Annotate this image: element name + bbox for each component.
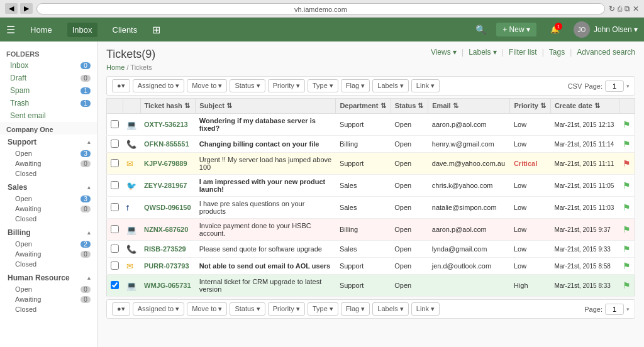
search-button[interactable]: 🔍	[475, 25, 486, 35]
ticket-flag[interactable]: ⚑	[619, 114, 635, 136]
col-dept[interactable]: Department ⇅	[336, 99, 391, 114]
flag-button[interactable]: Flag ▾	[341, 79, 370, 92]
hr-open[interactable]: Open0	[8, 284, 91, 294]
user-menu[interactable]: JO John Olsen ▾	[574, 21, 638, 38]
ticket-subject[interactable]: I have pre sales questions on your produ…	[196, 197, 336, 219]
type-button[interactable]: Type ▾	[308, 79, 338, 92]
sales-awaiting[interactable]: Awaiting0	[8, 204, 91, 214]
ticket-subject[interactable]: Not able to send out email to AOL users	[196, 258, 336, 275]
ticket-subject[interactable]: Internal ticket for CRM upgrade to lates…	[196, 275, 336, 297]
row-checkbox[interactable]	[111, 225, 119, 233]
hr-group-header[interactable]: Human Resource▴	[8, 272, 91, 284]
support-awaiting[interactable]: Awaiting0	[8, 158, 91, 168]
ticket-hash[interactable]: RISB-273529	[140, 241, 196, 258]
ticket-flag[interactable]: ⚑	[619, 275, 635, 297]
bottom-priority-button[interactable]: Priority ▾	[268, 302, 305, 316]
bottom-flag-button[interactable]: Flag ▾	[341, 302, 370, 316]
ticket-flag[interactable]: ⚑	[619, 219, 635, 241]
ticket-hash[interactable]: ZEYV-281967	[140, 175, 196, 197]
row-checkbox[interactable]	[111, 203, 119, 211]
col-subject[interactable]: Subject ⇅	[196, 99, 336, 114]
sales-group-header[interactable]: Sales▴	[8, 181, 91, 194]
sales-open[interactable]: Open3	[8, 194, 91, 204]
select-button[interactable]: ●▾	[112, 79, 130, 92]
bottom-link-button[interactable]: Link ▾	[411, 302, 440, 316]
billing-awaiting[interactable]: Awaiting0	[8, 249, 91, 259]
row-checkbox[interactable]	[111, 245, 119, 253]
sidebar-spam[interactable]: Spam 1	[0, 84, 97, 97]
ticket-subject[interactable]: Urgent !! My server load has jumped abov…	[196, 153, 336, 175]
new-button[interactable]: + New ▾	[496, 23, 536, 36]
ticket-hash[interactable]: OFKN-855551	[140, 136, 196, 153]
col-date[interactable]: Create date ⇅	[550, 99, 619, 114]
ticket-flag[interactable]: ⚑	[619, 241, 635, 258]
ticket-hash[interactable]: OXTY-536213	[140, 114, 196, 136]
share-button[interactable]: ⎙	[618, 4, 622, 13]
reload-button[interactable]: ↻	[609, 4, 615, 13]
row-checkbox[interactable]	[111, 159, 119, 167]
ticket-subject[interactable]: Changing billing contact on your file	[196, 136, 336, 153]
page-input[interactable]	[605, 80, 624, 92]
billing-closed[interactable]: Closed	[8, 259, 91, 269]
ticket-hash[interactable]: NZNX-687620	[140, 219, 196, 241]
forward-button[interactable]: ▶	[20, 3, 33, 14]
ticket-subject[interactable]: I am impressed with your new product lau…	[196, 175, 336, 197]
filter-list-button[interactable]: Filter list	[509, 48, 537, 57]
bottom-move-button[interactable]: Move to ▾	[187, 302, 227, 316]
nav-home[interactable]: Home	[25, 23, 57, 37]
ticket-flag[interactable]: ⚑	[619, 258, 635, 275]
col-status[interactable]: Status ⇅	[391, 99, 428, 114]
menu-icon[interactable]: ☰	[6, 24, 15, 36]
link-button[interactable]: Link ▾	[411, 79, 440, 92]
advanced-search-button[interactable]: Advanced search	[577, 48, 635, 57]
grid-icon[interactable]: ⊞	[152, 24, 160, 36]
address-bar[interactable]: vh.iamdemo.com	[36, 3, 605, 14]
ticket-hash[interactable]: KJPV-679889	[140, 153, 196, 175]
row-checkbox[interactable]	[111, 140, 119, 148]
ticket-hash[interactable]: PURR-073793	[140, 258, 196, 275]
hr-closed[interactable]: Closed	[8, 304, 91, 314]
priority-button[interactable]: Priority ▾	[268, 79, 305, 92]
ticket-hash[interactable]: QWSD-096150	[140, 197, 196, 219]
ticket-hash[interactable]: WMJG-065731	[140, 275, 196, 297]
nav-inbox[interactable]: Inbox	[67, 23, 97, 37]
row-checkbox[interactable]	[111, 181, 119, 189]
hr-awaiting[interactable]: Awaiting0	[8, 294, 91, 304]
billing-open[interactable]: Open2	[8, 239, 91, 249]
bottom-status-button[interactable]: Status ▾	[230, 302, 265, 316]
move-button[interactable]: Move to ▾	[187, 79, 227, 92]
bottom-assigned-button[interactable]: Assigned to ▾	[133, 302, 185, 316]
ticket-flag[interactable]: ⚑	[619, 197, 635, 219]
col-priority[interactable]: Priority ⇅	[510, 99, 550, 114]
ticket-flag[interactable]: ⚑	[619, 153, 635, 175]
labels-button[interactable]: Labels ▾	[469, 48, 497, 57]
ticket-subject[interactable]: Wondering if my database server is fixed…	[196, 114, 336, 136]
sidebar-trash[interactable]: Trash 1	[0, 97, 97, 109]
views-button[interactable]: Views ▾	[431, 48, 457, 57]
support-closed[interactable]: Closed	[8, 168, 91, 179]
sidebar-draft[interactable]: Draft 0	[0, 72, 97, 84]
bottom-page-input[interactable]	[605, 304, 624, 315]
row-checkbox[interactable]	[111, 281, 119, 289]
bottom-select-button[interactable]: ●▾	[112, 302, 130, 316]
ticket-subject[interactable]: Invoice payment done to your HSBC accoun…	[196, 219, 336, 241]
sidebar-sent[interactable]: Sent email	[0, 109, 97, 122]
ticket-flag[interactable]: ⚑	[619, 136, 635, 153]
breadcrumb-home[interactable]: Home	[106, 63, 125, 71]
row-checkbox[interactable]	[111, 262, 119, 270]
ticket-subject[interactable]: Please send quote for software upgrade	[196, 241, 336, 258]
col-email[interactable]: Email ⇅	[428, 99, 510, 114]
bell-button[interactable]: 🔔 1	[550, 25, 560, 34]
support-group-header[interactable]: Support▴	[8, 136, 91, 148]
bottom-type-button[interactable]: Type ▾	[308, 302, 338, 316]
tab-button[interactable]: ⧉	[625, 4, 630, 13]
col-hash[interactable]: Ticket hash ⇅	[140, 99, 196, 114]
ticket-flag[interactable]: ⚑	[619, 175, 635, 197]
sales-closed[interactable]: Closed	[8, 214, 91, 224]
assigned-button[interactable]: Assigned to ▾	[133, 79, 185, 92]
status-button[interactable]: Status ▾	[230, 79, 265, 92]
sidebar-inbox[interactable]: Inbox 0	[0, 59, 97, 72]
bottom-labels-button[interactable]: Labels ▾	[372, 302, 408, 316]
close-button[interactable]: ✕	[633, 4, 639, 13]
support-open[interactable]: Open3	[8, 148, 91, 158]
